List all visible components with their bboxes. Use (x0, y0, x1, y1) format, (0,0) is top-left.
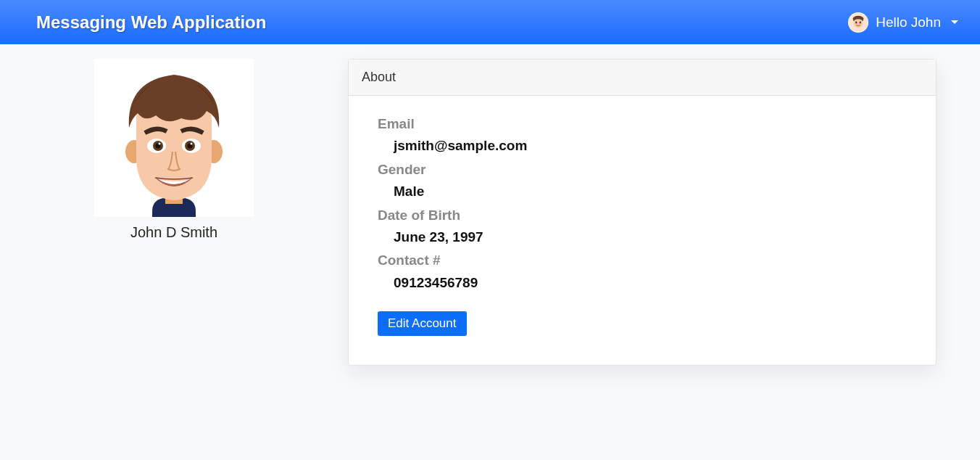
email-label: Email (378, 113, 907, 135)
contact-label: Contact # (378, 250, 907, 271)
profile-column: John D Smith (43, 59, 304, 241)
profile-name: John D Smith (130, 224, 217, 241)
about-card-body: Email jsmith@sample.com Gender Male Date… (349, 96, 936, 365)
user-menu-dropdown[interactable]: Hello John (848, 12, 958, 33)
dob-label: Date of Birth (378, 205, 907, 226)
content: John D Smith About Email jsmith@sample.c… (0, 44, 980, 380)
edit-account-button[interactable]: Edit Account (378, 311, 467, 336)
about-card-header: About (349, 59, 936, 96)
app-title: Messaging Web Application (36, 12, 266, 33)
user-greeting: Hello John (876, 15, 941, 30)
svg-point-2 (855, 21, 857, 23)
navbar: Messaging Web Application Hello John (0, 0, 980, 44)
dob-value: June 23, 1997 (378, 226, 907, 248)
svg-point-3 (860, 21, 861, 23)
svg-point-14 (159, 143, 161, 145)
profile-picture (94, 59, 254, 217)
about-card: About Email jsmith@sample.com Gender Mal… (348, 59, 937, 366)
avatar-icon (848, 12, 868, 33)
svg-point-1 (854, 18, 863, 28)
gender-value: Male (378, 181, 907, 202)
email-value: jsmith@sample.com (378, 135, 907, 157)
chevron-down-icon (951, 20, 958, 24)
svg-point-15 (191, 143, 193, 145)
gender-label: Gender (378, 159, 907, 181)
contact-value: 09123456789 (378, 272, 907, 294)
